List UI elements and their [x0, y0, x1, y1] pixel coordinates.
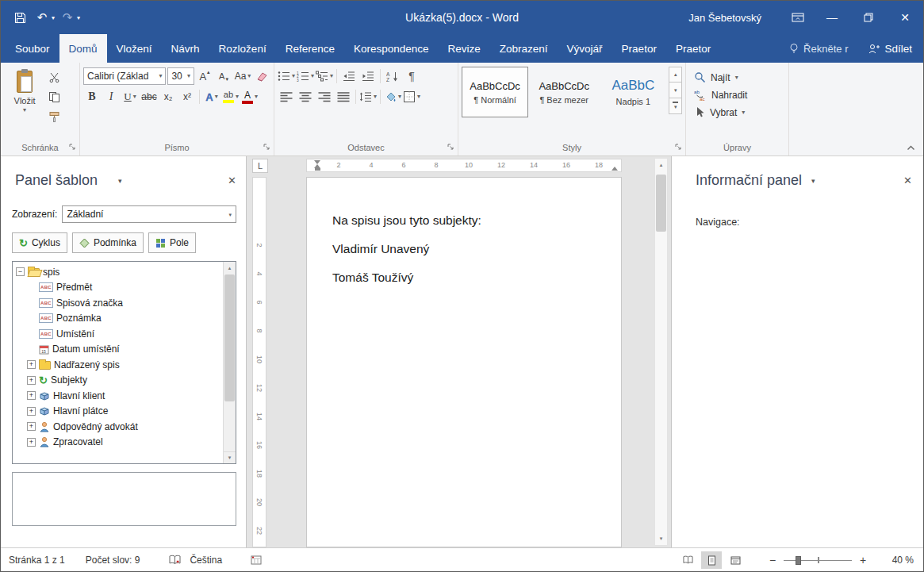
print-layout-button[interactable] — [701, 551, 722, 569]
tab-stop-selector[interactable]: L — [252, 159, 268, 173]
redo-button[interactable]: ↷ — [58, 7, 77, 28]
strikethrough-button[interactable]: abc — [140, 88, 158, 106]
macro-record-button[interactable] — [251, 555, 262, 565]
sort-button[interactable]: AZ — [384, 67, 401, 85]
numbering-button[interactable]: 123 ▾ — [297, 67, 314, 85]
minimize-button[interactable]: — — [814, 1, 850, 34]
font-color-button[interactable]: A ▾ — [241, 88, 259, 106]
undo-caret-icon[interactable]: ▾ — [52, 14, 55, 21]
cut-button[interactable] — [45, 68, 63, 86]
tree-item-subjekty[interactable]: + ↻ Subjekty — [16, 373, 223, 389]
bullets-button[interactable]: ▾ — [278, 67, 295, 85]
styles-scroll-up-button[interactable]: ▴ — [669, 67, 682, 83]
tree-item-hlavni-platce[interactable]: + Hlavní plátce — [16, 404, 223, 420]
tab-praetor-1[interactable]: Praetor — [612, 34, 666, 63]
expand-expander[interactable]: + — [27, 391, 36, 400]
scroll-thumb[interactable] — [224, 274, 235, 401]
increase-indent-button[interactable] — [359, 67, 377, 85]
panel-menu-caret-icon[interactable]: ▾ — [811, 177, 815, 185]
qat-customize-button[interactable]: ▾ — [77, 14, 80, 21]
expand-expander[interactable]: + — [27, 376, 36, 385]
account-name[interactable]: Jan Šebetovský — [688, 12, 761, 24]
tree-item-spis[interactable]: − spis — [16, 264, 223, 280]
tab-reference[interactable]: Reference — [276, 34, 344, 63]
expand-expander[interactable]: + — [27, 422, 36, 431]
scroll-up-arrow[interactable]: ▴ — [655, 159, 667, 171]
collapse-expander[interactable]: − — [16, 267, 25, 276]
expand-expander[interactable]: + — [27, 407, 36, 416]
proofing-status-button[interactable] — [168, 555, 182, 566]
tree-item-zpracovatel[interactable]: + Zpracovatel — [16, 435, 223, 451]
tree-scrollbar[interactable]: ▴ ▾ — [223, 262, 236, 463]
tree-item-hlavni-klient[interactable]: + Hlavní klient — [16, 388, 223, 404]
align-left-button[interactable] — [278, 88, 295, 106]
subscript-button[interactable]: x₂ — [159, 88, 177, 106]
multilevel-list-button[interactable]: ▾ — [316, 67, 333, 85]
zoom-percentage[interactable]: 40 % — [876, 555, 914, 566]
expand-expander[interactable]: + — [27, 360, 36, 369]
superscript-button[interactable]: x² — [178, 88, 196, 106]
styles-more-button[interactable]: ▾ — [669, 98, 682, 114]
clipboard-dialog-launcher[interactable] — [68, 143, 77, 152]
bold-button[interactable]: B — [83, 88, 101, 106]
zoom-slider-handle[interactable] — [796, 556, 801, 565]
cycle-button[interactable]: ↻ Cyklus — [12, 232, 67, 253]
scroll-down-arrow[interactable]: ▾ — [655, 532, 667, 545]
font-size-select[interactable]: 30 ▾ — [167, 67, 194, 85]
zoom-out-button[interactable]: − — [766, 554, 779, 566]
page-indicator[interactable]: Stránka 1 z 1 — [9, 555, 65, 566]
document-page[interactable]: Na spisu jsou tyto subjekty: Vladimír Un… — [306, 177, 622, 547]
ribbon-display-options-button[interactable] — [782, 1, 814, 34]
justify-button[interactable] — [335, 88, 352, 106]
change-case-button[interactable]: Aa▾ — [234, 67, 251, 85]
copy-button[interactable] — [45, 88, 63, 106]
style-heading-1[interactable]: AaBbC Nadpis 1 — [600, 67, 666, 117]
select-button[interactable]: Vybrat ▾ — [694, 106, 785, 118]
condition-button[interactable]: Podmínka — [72, 232, 144, 253]
shrink-font-button[interactable]: A▾ — [215, 67, 232, 85]
word-count[interactable]: Počet slov: 9 — [86, 555, 140, 566]
show-formatting-button[interactable]: ¶ — [403, 67, 420, 85]
decrease-indent-button[interactable] — [340, 67, 358, 85]
info-panel-close-button[interactable]: ✕ — [903, 175, 912, 186]
tab-rozlozeni[interactable]: Rozložení — [209, 34, 276, 63]
panel-menu-caret-icon[interactable]: ▾ — [118, 177, 122, 185]
undo-button[interactable]: ↶ — [33, 7, 52, 28]
tab-soubor[interactable]: Soubor — [6, 34, 59, 63]
scroll-down-arrow[interactable]: ▾ — [224, 451, 236, 463]
tab-korespondence[interactable]: Korespondence — [344, 34, 439, 63]
paste-button[interactable]: Vložit ▾ — [4, 65, 45, 139]
text-effects-button[interactable]: A▾ — [203, 88, 220, 106]
document-scrollbar[interactable]: ▴ ▾ — [654, 158, 668, 546]
description-box[interactable] — [12, 472, 236, 526]
save-button[interactable] — [10, 7, 29, 28]
find-button[interactable]: Najít ▾ — [694, 71, 785, 83]
format-painter-button[interactable] — [45, 108, 63, 125]
line-spacing-button[interactable]: ▾ — [359, 88, 377, 106]
style-no-spacing[interactable]: AaBbCcDc ¶ Bez mezer — [531, 67, 597, 117]
styles-dialog-launcher[interactable] — [674, 143, 683, 152]
t0ree-item-datum-umisteni[interactable]: 15 Datum umístění — [16, 342, 223, 358]
tab-zobrazeni[interactable]: Zobrazení — [490, 34, 558, 63]
collapse-ribbon-button[interactable] — [907, 145, 915, 151]
field-button[interactable]: Pole — [148, 232, 196, 253]
share-button[interactable]: Sdílet — [857, 34, 923, 63]
view-select[interactable]: Základní ▾ — [62, 205, 236, 223]
font-name-select[interactable]: Calibri (Základ ▾ — [83, 67, 166, 85]
tree-item-poznamka[interactable]: ABC Poznámka — [16, 311, 223, 327]
tree-item-odpovedny-advokat[interactable]: + Odpovědný advokát — [16, 419, 223, 435]
tell-me-box[interactable]: Řekněte r — [780, 34, 857, 63]
horizontal-ruler[interactable]: 2 4 6 8 10 12 14 16 18 — [306, 159, 622, 172]
template-panel-close-button[interactable]: ✕ — [228, 175, 236, 186]
close-button[interactable]: ✕ — [887, 1, 923, 34]
style-normal[interactable]: AaBbCcDc ¶ Normální — [462, 67, 528, 117]
tab-vlozeni[interactable]: Vložení — [107, 34, 162, 63]
tree-item-spisova-znacka[interactable]: ABC Spisová značka — [16, 295, 223, 311]
language-indicator[interactable]: Čeština — [190, 555, 222, 566]
align-right-button[interactable] — [316, 88, 333, 106]
right-indent-marker[interactable] — [612, 167, 618, 171]
zoom-slider[interactable] — [784, 555, 852, 566]
italic-button[interactable]: I — [102, 88, 120, 106]
vertical-ruler[interactable]: 2 4 6 8 10 12 14 16 18 20 22 — [252, 177, 266, 547]
tree-item-nadrazeny-spis[interactable]: + Nadřazený spis — [16, 357, 223, 373]
